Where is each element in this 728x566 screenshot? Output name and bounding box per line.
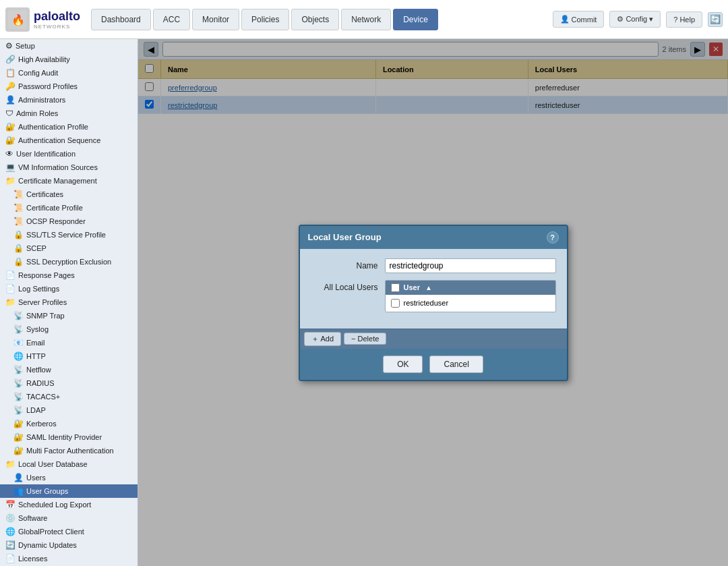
nav-tab-policies[interactable]: Policies: [241, 9, 289, 30]
ssl-decryption-exclusion-icon: 🔒: [13, 257, 24, 266]
sidebar-item-certificate-profile[interactable]: 📜Certificate Profile: [0, 201, 138, 215]
sidebar-item-local-user-database[interactable]: 📁Local User Database: [0, 457, 138, 471]
modal-footer: OK Cancel: [300, 349, 567, 380]
sidebar-item-ssl-decryption-exclusion[interactable]: 🔒SSL Decryption Exclusion: [0, 255, 138, 268]
sidebar-item-password-profiles[interactable]: 🔑Password Profiles: [0, 80, 138, 93]
sidebar-item-admin-roles[interactable]: 🛡Admin Roles: [0, 107, 138, 120]
nav-tab-device[interactable]: Device: [393, 9, 438, 30]
sidebar-item-authentication-profile[interactable]: 🔐Authentication Profile: [0, 120, 138, 134]
setup-icon: ⚙: [5, 41, 13, 51]
sidebar-item-ssl-tls-service-profile[interactable]: 🔒SSL/TLS Service Profile: [0, 228, 138, 242]
sort-icon: ▲: [425, 284, 432, 291]
logo-text-area: paloalto NETWORKS: [34, 9, 80, 30]
config-label: Config ▾: [626, 15, 653, 24]
syslog-icon: 📡: [13, 324, 24, 334]
server-profiles-icon: 📁: [5, 298, 16, 307]
cancel-button[interactable]: Cancel: [429, 356, 483, 373]
name-input[interactable]: [385, 258, 556, 273]
sidebar-item-software[interactable]: 💿Software: [0, 511, 138, 525]
sidebar-item-server-profiles[interactable]: 📁Server Profiles: [0, 295, 138, 309]
sidebar-item-netflow[interactable]: 📡Netflow: [0, 363, 138, 376]
sidebar-label-software: Software: [18, 514, 47, 522]
nav-tab-monitor[interactable]: Monitor: [192, 9, 239, 30]
sidebar-item-log-settings[interactable]: 📄Log Settings: [0, 282, 138, 295]
sidebar-item-administrators[interactable]: 👤Administrators: [0, 93, 138, 107]
commit-button[interactable]: 👤 Commit: [553, 11, 605, 28]
sidebar-item-dynamic-updates[interactable]: 🔄Dynamic Updates: [0, 538, 138, 552]
nav-tab-network[interactable]: Network: [341, 9, 391, 30]
globalprotect-client-icon: 🌐: [5, 527, 16, 536]
sidebar-item-user-identification[interactable]: 👁User Identification: [0, 147, 138, 161]
sidebar-item-globalprotect-client[interactable]: 🌐GlobalProtect Client: [0, 525, 138, 538]
ocsp-responder-icon: 📜: [13, 217, 24, 226]
config-button[interactable]: ⚙ Config ▾: [609, 11, 661, 28]
sidebar-label-scheduled-log-export: Scheduled Log Export: [18, 501, 91, 509]
sidebar-item-multi-factor-authentication[interactable]: 🔐Multi Factor Authentication: [0, 444, 138, 457]
sidebar-item-config-audit[interactable]: 📋Config Audit: [0, 66, 138, 80]
sidebar-label-certificate-management: Certificate Management: [18, 177, 97, 185]
sidebar-item-high-availability[interactable]: 🔗High Availability: [0, 53, 138, 66]
sidebar-item-saml-identity-provider[interactable]: 🔐SAML Identity Provider: [0, 430, 138, 444]
sidebar-item-vm-information-sources[interactable]: 💻VM Information Sources: [0, 161, 138, 174]
modal-help-button[interactable]: ?: [547, 231, 559, 244]
add-user-button[interactable]: ＋ Add: [304, 332, 342, 346]
vm-information-sources-icon: 💻: [5, 163, 16, 172]
sidebar-item-email[interactable]: 📧Email: [0, 336, 138, 349]
sidebar-label-dynamic-updates: Dynamic Updates: [18, 541, 77, 549]
sidebar-item-setup[interactable]: ⚙Setup: [0, 39, 138, 53]
sidebar-label-ssl-decryption-exclusion: SSL Decryption Exclusion: [26, 258, 111, 266]
sidebar-item-tacacs[interactable]: 📡TACACS+: [0, 390, 138, 403]
sidebar-item-licenses[interactable]: 📄Licenses: [0, 552, 138, 565]
sidebar-label-admin-roles: Admin Roles: [16, 109, 58, 117]
sidebar-label-certificates: Certificates: [26, 190, 63, 198]
refresh-button[interactable]: 🔄: [708, 12, 723, 27]
delete-user-button[interactable]: − Delete: [344, 333, 386, 345]
sidebar-label-ldap: LDAP: [26, 406, 46, 414]
modal-table-buttons: ＋ Add − Delete: [300, 329, 567, 349]
ok-button[interactable]: OK: [383, 356, 423, 373]
sidebar-item-users[interactable]: 👤Users: [0, 471, 138, 484]
sidebar-item-ldap[interactable]: 📡LDAP: [0, 403, 138, 417]
nav-tab-acc[interactable]: ACC: [153, 9, 190, 30]
sidebar-label-server-profiles: Server Profiles: [18, 298, 67, 306]
nav-tab-dashboard[interactable]: Dashboard: [91, 9, 151, 30]
sidebar-item-radius[interactable]: 📡RADIUS: [0, 376, 138, 390]
sidebar-item-kerberos[interactable]: 🔐Kerberos: [0, 417, 138, 430]
help-button[interactable]: ? Help: [666, 11, 702, 28]
modal-overlay: Local User Group ? Name All Local Users …: [138, 39, 728, 566]
nav-tab-objects[interactable]: Objects: [291, 9, 339, 30]
sidebar-label-high-availability: High Availability: [18, 55, 70, 63]
sidebar-item-user-groups[interactable]: 👥User Groups: [0, 484, 138, 498]
certificate-management-icon: 📁: [5, 176, 16, 186]
sidebar-label-authentication-profile: Authentication Profile: [18, 123, 88, 131]
users-column-label: User: [404, 283, 420, 291]
sidebar-label-snmp-trap: SNMP Trap: [26, 312, 65, 320]
user-checkbox-restricteduser[interactable]: [391, 299, 400, 308]
sidebar-item-scep[interactable]: 🔒SCEP: [0, 242, 138, 255]
sidebar-item-scheduled-log-export[interactable]: 📅Scheduled Log Export: [0, 498, 138, 511]
user-item-restricteduser[interactable]: restricteduser: [386, 296, 555, 310]
sidebar-item-certificates[interactable]: 📜Certificates: [0, 188, 138, 201]
sidebar-item-authentication-sequence[interactable]: 🔐Authentication Sequence: [0, 134, 138, 147]
kerberos-icon: 🔐: [13, 419, 24, 428]
sidebar-item-snmp-trap[interactable]: 📡SNMP Trap: [0, 309, 138, 322]
sidebar-item-syslog[interactable]: 📡Syslog: [0, 322, 138, 336]
users-select-all-checkbox[interactable]: [391, 283, 400, 292]
nav-tabs: DashboardACCMonitorPoliciesObjectsNetwor…: [91, 9, 438, 30]
sidebar-item-response-pages[interactable]: 📄Response Pages: [0, 268, 138, 282]
scheduled-log-export-icon: 📅: [5, 500, 16, 509]
authentication-sequence-icon: 🔐: [5, 136, 16, 145]
sidebar-label-email: Email: [26, 339, 45, 347]
sidebar-item-ocsp-responder[interactable]: 📜OCSP Responder: [0, 215, 138, 228]
sidebar-item-certificate-management[interactable]: 📁Certificate Management: [0, 174, 138, 188]
authentication-profile-icon: 🔐: [5, 122, 16, 132]
sidebar-label-tacacs: TACACS+: [26, 393, 60, 401]
add-icon: ＋: [311, 334, 319, 344]
user-identification-icon: 👁: [5, 149, 13, 159]
add-label: Add: [321, 335, 334, 343]
sidebar-item-http[interactable]: 🌐HTTP: [0, 349, 138, 363]
certificate-profile-icon: 📜: [13, 203, 24, 213]
commit-icon: 👤: [560, 15, 570, 24]
high-availability-icon: 🔗: [5, 55, 16, 64]
sidebar: ⚙Setup🔗High Availability📋Config Audit🔑Pa…: [0, 39, 138, 566]
